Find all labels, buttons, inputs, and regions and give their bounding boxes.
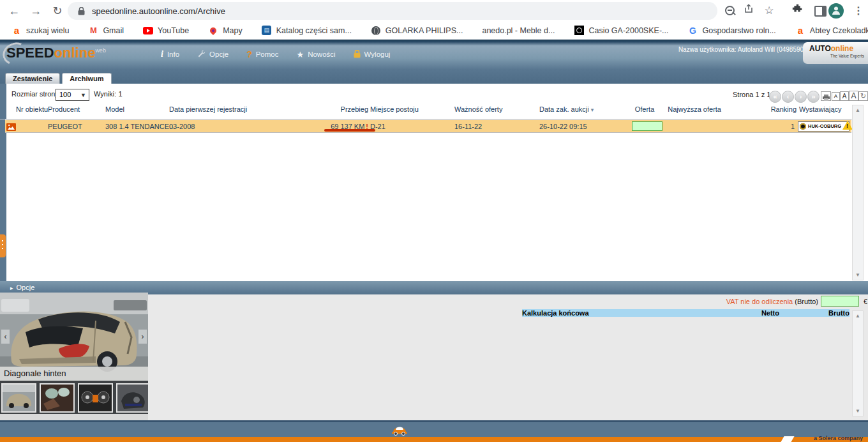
thumbnail-4[interactable] — [116, 383, 151, 413]
font-size-medium-button[interactable]: A — [840, 91, 849, 101]
nav-label: Opcje — [209, 50, 228, 58]
nav-label: Info — [167, 50, 179, 58]
extensions-icon[interactable] — [789, 3, 805, 19]
bookmark-gmail[interactable]: MGmail — [88, 26, 124, 36]
col-header-miejsce-postoju[interactable]: Miejsce postoju — [370, 106, 429, 113]
bookmark-gospodarstwo-roln[interactable]: GGospodarstwo roln... — [687, 26, 775, 36]
bookmark-label: Gospodarstwo roln... — [702, 26, 775, 35]
screen: ← → ↻ speedonline.autoonline.com/Archive… — [0, 0, 868, 442]
sort-icon: ▾ — [591, 107, 594, 113]
nav-info[interactable]: iInfo — [161, 49, 179, 59]
thumbnail-3[interactable] — [78, 383, 113, 413]
col-header-label: Nr obiektu — [16, 105, 48, 113]
scroll-up-icon[interactable]: ▲ — [853, 313, 863, 319]
reload-icon[interactable]: ↻ — [49, 2, 66, 20]
bookmark-label: anedo.pl - Meble d... — [482, 26, 555, 35]
page-info: Strona 1 z 1 — [733, 91, 770, 98]
bookmark-szukaj-wielu[interactable]: aszukaj wielu — [11, 26, 69, 36]
last-page-icon[interactable]: » — [807, 91, 819, 103]
tab-zestawienie[interactable]: Zestawienie — [5, 73, 60, 84]
address-bar[interactable]: speedonline.autoonline.com/Archive — [68, 2, 717, 20]
bookmark-mapy[interactable]: Mapy — [208, 26, 243, 36]
table-scrollbar[interactable]: ▲ ▼ — [852, 105, 864, 280]
star-icon[interactable]: ☆ — [761, 3, 777, 19]
page-size-select[interactable]: 100▼ — [56, 89, 89, 101]
nav-label: Pomoc — [256, 50, 279, 58]
allegro-a-icon: a — [11, 26, 22, 36]
globe-icon — [371, 26, 381, 36]
nav-pomoc[interactable]: ?Pomoc — [246, 49, 278, 59]
bookmark-casio-ga-2000ske[interactable]: Casio GA-2000SKE-... — [574, 26, 668, 36]
options-toggle[interactable]: Opcje — [10, 284, 34, 291]
prev-page-icon[interactable]: ‹ — [782, 91, 794, 103]
col-header-najwyższa-oferta[interactable]: Najwyższa oferta — [662, 106, 721, 113]
menu-icon[interactable]: ⋮ — [850, 3, 867, 19]
avatar[interactable] — [828, 3, 844, 19]
detail-scrollbar[interactable]: ▲ ▼ — [852, 310, 864, 416]
col-header-ważność-oferty[interactable]: Ważność oferty — [454, 106, 521, 113]
print-icon[interactable] — [821, 91, 831, 101]
col-header-producent[interactable]: Producent — [48, 106, 105, 113]
side-drawer-handle[interactable] — [0, 234, 6, 257]
mileage-underline-annotation — [324, 129, 375, 132]
autoonline-logo: AUTOonline The Value Experts — [803, 42, 868, 64]
oferta-cell[interactable] — [632, 121, 662, 131]
sidebar-icon[interactable] — [814, 6, 827, 17]
col-header-data-pierwszej-rejestracji[interactable]: Data pierwszej rejestracji — [169, 106, 284, 113]
col-header-label: Wystawiający — [799, 105, 842, 113]
scroll-up-icon[interactable]: ▲ — [853, 107, 863, 113]
cell-waznosc-oferty: 16-11-22 — [454, 123, 482, 130]
warning-icon[interactable] — [842, 121, 853, 130]
huk-coburg-logo: HUK-COBURG — [798, 121, 849, 132]
vat-input[interactable] — [821, 296, 859, 307]
tab-archiwum[interactable]: Archiwum — [62, 73, 111, 84]
nav-nowości[interactable]: ★Nowości — [296, 50, 335, 59]
first-page-icon[interactable]: « — [769, 91, 781, 103]
col-header-ranking[interactable]: Ranking — [763, 106, 797, 113]
refresh-icon[interactable]: ↻ — [858, 91, 868, 101]
maps-pin-icon — [208, 26, 218, 36]
col-header-przebieg[interactable]: Przebieg — [290, 106, 368, 113]
font-size-small-button[interactable]: A — [832, 92, 840, 101]
table-row[interactable]: PEUGEOT 308 1.4 TENDANCE... 03-2008 69 1… — [5, 119, 851, 133]
bookmark-label: Gmail — [103, 26, 124, 35]
font-size-large-button[interactable]: A — [849, 91, 858, 101]
bookmark-abtey-czekoladki-h[interactable]: aAbtey Czekoladki H... — [795, 26, 868, 36]
thumbnail-2[interactable] — [40, 383, 75, 413]
photo-caption: Diagonale hinten — [0, 367, 148, 381]
zoom-icon[interactable] — [725, 6, 735, 15]
col-header-label: Data pierwszej rejestracji — [169, 105, 247, 113]
thumbnail-1[interactable] — [1, 383, 36, 413]
username-text: Nazwa użytkownika: Autoland Will (049859… — [678, 46, 809, 53]
bookmark-anedo-pl-meble-d[interactable]: anedo.pl - Meble d... — [482, 26, 555, 35]
cell-producent: PEUGEOT — [48, 123, 82, 130]
photo-indicator-icon — [6, 122, 16, 133]
photo-next-button[interactable]: › — [138, 330, 147, 344]
photo-prev-button[interactable]: ‹ — [1, 330, 10, 344]
nav-wyloguj[interactable]: Wyloguj — [354, 50, 391, 59]
bookmark-katalog-części-sam[interactable]: ▤Katalog części sam... — [262, 26, 352, 36]
nav-opcje[interactable]: Opcje — [197, 50, 228, 59]
col-header-wystawiający[interactable]: Wystawiający — [799, 106, 853, 113]
vehicle-data-panel: VAT nie do odliczenia (Brutto) € Kalkula… — [148, 294, 868, 420]
allegro-a-icon: a — [795, 26, 805, 36]
col-header-nr-obiektu[interactable]: Nr obiektu — [16, 106, 49, 113]
scroll-down-icon[interactable]: ▼ — [853, 408, 863, 414]
back-icon[interactable]: ← — [5, 2, 23, 20]
bookmark-youtube[interactable]: YouTube — [143, 26, 189, 36]
share-icon[interactable] — [740, 3, 757, 19]
col-header-label: Model — [105, 105, 124, 113]
scroll-down-icon[interactable]: ▼ — [853, 272, 863, 278]
bookmark-label: GOLARKA PHILIPS... — [385, 26, 463, 35]
footer-orange-bar — [0, 437, 868, 442]
bookmark-label: Abtey Czekoladki H... — [810, 26, 868, 35]
next-page-icon[interactable]: › — [795, 91, 807, 103]
browser-toolbar: ← → ↻ speedonline.autoonline.com/Archive… — [0, 0, 868, 22]
kalkulacja-header: Kalkulacja końcowa Netto Brutto — [522, 309, 849, 317]
archive-content: Rozmiar strony 100▼ Wyniki: 1 Strona 1 z… — [0, 84, 868, 281]
col-header-model[interactable]: Model — [105, 106, 167, 113]
bookmark-golarka-philips[interactable]: GOLARKA PHILIPS... — [371, 26, 463, 36]
forward-icon[interactable]: → — [27, 2, 45, 20]
col-header-data-zak-aukcji[interactable]: Data zak. aukcji▾ — [539, 106, 611, 114]
star-nav-icon: ★ — [296, 50, 304, 59]
